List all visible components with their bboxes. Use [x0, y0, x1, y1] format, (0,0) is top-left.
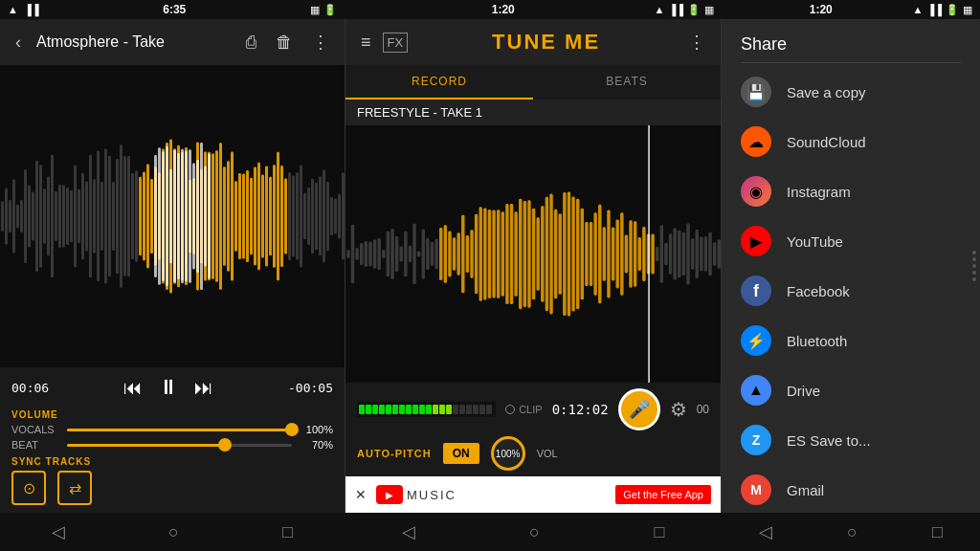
share-item-save-copy[interactable]: 💾 Save a copy	[722, 67, 980, 117]
home-nav-button-mid[interactable]: ○	[529, 522, 540, 542]
sync-arrows-button[interactable]: ⇄	[57, 471, 92, 505]
yt-music-banner[interactable]: ✕ ▶ MUSIC Get the Free App	[345, 476, 721, 513]
app-title: TUNE ME	[415, 30, 677, 55]
svg-rect-156	[571, 197, 574, 312]
share-item-es-save[interactable]: Z ES Save to...	[722, 415, 980, 465]
recent-nav-button-mid[interactable]: □	[654, 522, 664, 542]
tab-record[interactable]: RECORD	[345, 65, 533, 99]
svg-rect-114	[387, 231, 390, 276]
beat-slider[interactable]	[67, 444, 292, 447]
rec-controls: CLIP 0:12:02 🎤 ⚙ 00 AUTO-PITCH ON 100% V…	[345, 383, 721, 476]
svg-rect-38	[146, 165, 149, 269]
back-nav-button-mid[interactable]: ◁	[402, 521, 415, 542]
svg-rect-115	[390, 229, 393, 279]
save-copy-label: Save a copy	[787, 84, 866, 100]
share-item-youtube[interactable]: ▶ YouTube	[722, 216, 980, 266]
tab-beats[interactable]: BEATS	[533, 65, 721, 99]
autopitch-label: AUTO-PITCH	[357, 448, 432, 459]
svg-rect-64	[246, 170, 249, 262]
svg-rect-151	[549, 194, 552, 315]
banner-close-button[interactable]: ✕	[355, 487, 367, 502]
svg-rect-87	[334, 198, 337, 233]
clip-indicator: CLIP	[505, 404, 542, 415]
share-item-instagram[interactable]: ◉ Instagram	[722, 166, 980, 216]
middle-panel: ≡ FX TUNE ME ⋮ RECORD BEATS FREESTYLE - …	[345, 19, 722, 513]
soundcloud-label: SoundCloud	[787, 134, 866, 150]
yt-logo: ▶ MUSIC	[376, 485, 457, 504]
playlist-icon[interactable]: ≡	[357, 29, 375, 56]
back-nav-button-right[interactable]: ◁	[759, 521, 772, 542]
recent-nav-button[interactable]: □	[282, 522, 293, 542]
fx-icon[interactable]: FX	[383, 33, 409, 53]
vocals-slider[interactable]	[67, 429, 292, 431]
home-nav-button-right[interactable]: ○	[847, 522, 858, 542]
share-title: Share	[722, 19, 980, 62]
svg-rect-174	[651, 233, 654, 274]
svg-rect-25	[97, 151, 100, 282]
delete-icon[interactable]: 🗑	[272, 29, 297, 56]
youtube-label: YouTube	[787, 233, 843, 250]
instagram-label: Instagram	[787, 184, 851, 200]
svg-rect-163	[603, 227, 606, 281]
vocals-side-label: VOL	[537, 448, 558, 459]
recent-nav-button-right[interactable]: □	[932, 522, 943, 542]
share-item-soundcloud[interactable]: ☁ SoundCloud	[722, 117, 980, 166]
share-item-bluetooth[interactable]: ⚡ Bluetooth	[722, 316, 980, 365]
middle-more-icon[interactable]: ⋮	[684, 28, 709, 56]
svg-rect-187	[708, 232, 711, 276]
more-icon[interactable]: ⋮	[308, 28, 333, 56]
nav-bar-left: ◁ ○ □	[0, 513, 345, 551]
sync-target-button[interactable]: ⊙	[11, 471, 46, 505]
svg-rect-160	[590, 222, 592, 286]
share-item-drive[interactable]: ▲ Drive	[722, 365, 980, 415]
svg-rect-161	[593, 212, 596, 296]
svg-rect-100	[192, 163, 195, 269]
get-app-button[interactable]: Get the Free App	[615, 485, 711, 504]
volume-label: VOLUME	[11, 409, 333, 420]
autopitch-on-button[interactable]: ON	[443, 443, 479, 464]
svg-rect-166	[615, 220, 618, 289]
svg-rect-6	[24, 169, 27, 263]
waveform-left[interactable]	[0, 65, 345, 367]
svg-rect-96	[177, 153, 180, 279]
svg-rect-35	[135, 170, 138, 261]
pitch-knob[interactable]: 100%	[491, 436, 525, 471]
beat-value: 70%	[300, 439, 333, 451]
svg-rect-110	[368, 242, 371, 267]
home-nav-button[interactable]: ○	[168, 522, 179, 542]
svg-rect-3	[12, 179, 15, 253]
svg-rect-182	[686, 223, 689, 284]
waveform-middle[interactable]	[345, 125, 721, 383]
svg-rect-172	[642, 227, 645, 281]
share-item-facebook[interactable]: f Facebook	[722, 266, 980, 316]
svg-rect-176	[660, 225, 663, 282]
sync-label: SYNC TRACKS	[11, 456, 333, 467]
save-copy-icon: 💾	[741, 77, 771, 107]
svg-rect-141	[505, 204, 508, 304]
svg-rect-2	[9, 200, 11, 232]
svg-rect-21	[81, 173, 84, 260]
fast-forward-button[interactable]: ⏭	[194, 377, 213, 399]
svg-rect-63	[242, 173, 245, 258]
settings-icon[interactable]: ⚙	[670, 398, 687, 421]
back-nav-button[interactable]: ◁	[52, 521, 65, 542]
scrollbar	[972, 251, 976, 281]
pause-button[interactable]: ⏸	[158, 375, 179, 400]
take-label: FREESTYLE - TAKE 1	[345, 99, 721, 125]
record-button[interactable]: 🎤	[618, 388, 660, 430]
share-icon[interactable]: ⎙	[242, 29, 260, 56]
back-button[interactable]: ‹	[11, 29, 25, 56]
svg-rect-10	[39, 165, 42, 268]
svg-rect-12	[47, 176, 50, 255]
svg-rect-4	[16, 204, 19, 228]
svg-rect-104	[208, 154, 211, 279]
gmail-label: Gmail	[787, 482, 824, 498]
rewind-button[interactable]: ⏮	[123, 377, 143, 399]
svg-rect-146	[527, 200, 530, 307]
gmail-icon: M	[741, 474, 771, 505]
share-list: 💾 Save a copy ☁ SoundCloud ◉ Instagram ▶…	[722, 67, 980, 513]
share-item-gmail[interactable]: M Gmail	[722, 465, 980, 513]
svg-rect-168	[625, 234, 628, 273]
es-save-icon: Z	[741, 425, 771, 455]
share-divider	[741, 62, 961, 63]
